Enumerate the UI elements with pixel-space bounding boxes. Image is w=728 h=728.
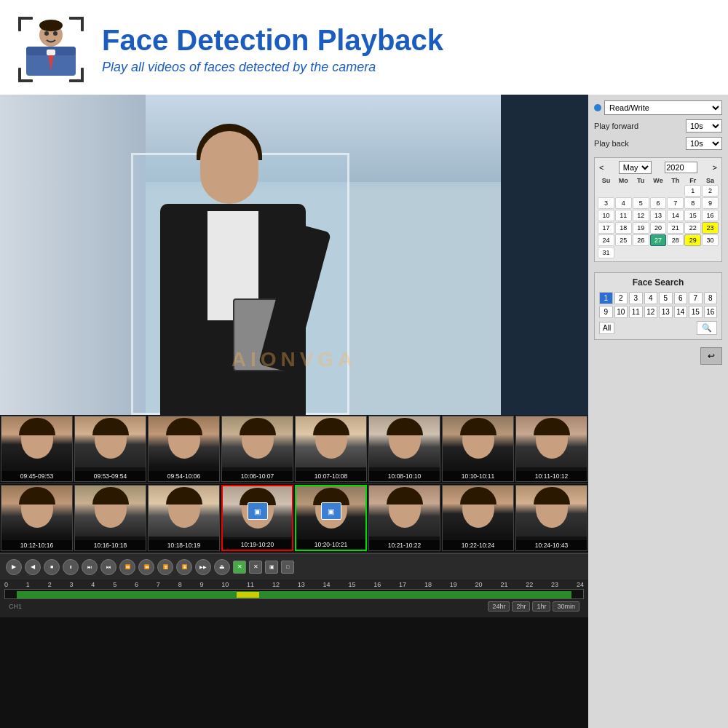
thumbnail-item[interactable]: 09:45-09:53 <box>1 416 73 482</box>
face-search-button[interactable]: 🔍 <box>697 321 717 335</box>
cal-day[interactable]: 22 <box>684 222 701 234</box>
face-number-button[interactable]: 3 <box>629 292 643 304</box>
face-number-button[interactable]: 15 <box>689 306 703 318</box>
cal-day[interactable]: 10 <box>598 210 614 221</box>
face-number-button[interactable]: 2 <box>614 292 628 304</box>
zoom-in-button[interactable]: ✕ <box>233 561 246 574</box>
face-number-button[interactable]: 13 <box>659 306 673 318</box>
zoom-button[interactable]: 2hr <box>512 601 530 612</box>
thumbnail-item[interactable]: 10:12-10:16 <box>1 485 73 551</box>
skip-forward-button[interactable]: ▶▶ <box>195 559 211 575</box>
cal-next-button[interactable]: > <box>711 163 719 172</box>
page-title: Face Detection Playback <box>102 24 443 57</box>
cal-day[interactable]: 28 <box>667 234 684 246</box>
thumbnail-item[interactable]: 09:53-09:54 <box>74 416 146 482</box>
face-number-button[interactable]: 10 <box>614 306 628 318</box>
play-forward-select[interactable]: 10s 30s 1min <box>686 119 722 132</box>
timeline-number: 10 <box>221 581 229 588</box>
pause-button[interactable]: ⏸ <box>63 559 79 575</box>
thumbnail-item[interactable]: 10:18-10:19 <box>148 485 220 551</box>
thumbnail-item[interactable]: 10:24-10:43 <box>515 485 587 551</box>
face-number-button[interactable]: 4 <box>644 292 658 304</box>
face-search-panel: Face Search 12345678910111213141516 All … <box>594 272 722 340</box>
cal-day[interactable]: 14 <box>667 210 684 221</box>
video-person <box>146 109 320 415</box>
prev-frame-button[interactable]: ⏮ <box>100 559 116 575</box>
cal-day[interactable]: 15 <box>684 210 701 221</box>
thumbnail-item[interactable]: 10:22-10:24 <box>442 485 514 551</box>
thumbnail-item[interactable]: 10:06-10:07 <box>221 416 293 482</box>
cal-day[interactable]: 18 <box>615 222 632 234</box>
cal-day[interactable]: 20 <box>650 222 667 234</box>
cal-day[interactable]: 6 <box>650 197 667 209</box>
cal-month-select[interactable]: May <box>619 161 652 174</box>
face-number-button[interactable]: 5 <box>659 292 673 304</box>
zoom-button[interactable]: 1hr <box>532 601 550 612</box>
stop-button[interactable]: ■ <box>44 559 60 575</box>
face-number-button[interactable]: 16 <box>704 306 718 318</box>
face-number-button[interactable]: 9 <box>599 306 613 318</box>
thumbnail-item[interactable]: 09:54-10:06 <box>148 416 220 482</box>
cal-day[interactable]: 12 <box>633 210 649 221</box>
thumbnail-item[interactable]: 10:21-10:22 <box>368 485 440 551</box>
cal-day <box>633 185 649 197</box>
cal-day[interactable]: 31 <box>598 247 614 258</box>
cal-day[interactable]: 13 <box>650 210 667 221</box>
cal-day[interactable]: 21 <box>667 222 684 234</box>
fullscreen-button[interactable]: □ <box>281 561 294 574</box>
cal-day[interactable]: 17 <box>598 222 614 234</box>
face-number-button[interactable]: 8 <box>704 292 718 304</box>
zoom-button[interactable]: 24hr <box>488 601 510 612</box>
back-arrow-button[interactable]: ↩ <box>700 347 722 365</box>
cal-day[interactable]: 5 <box>633 197 649 209</box>
cal-day[interactable]: 11 <box>615 210 632 221</box>
cal-day[interactable]: 9 <box>702 197 719 209</box>
next-frame-button[interactable]: ⏭ <box>82 559 98 575</box>
cal-day[interactable]: 3 <box>598 197 614 209</box>
cal-day[interactable]: 16 <box>702 210 719 221</box>
reverse-button[interactable]: ◀ <box>25 559 41 575</box>
speed-up-button[interactable]: ⏫ <box>157 559 173 575</box>
cal-year-input[interactable] <box>665 162 697 173</box>
cal-day[interactable]: 2 <box>702 185 719 197</box>
cal-day[interactable]: 7 <box>667 197 684 209</box>
cal-day[interactable]: 30 <box>702 234 719 246</box>
cal-day[interactable]: 25 <box>615 234 632 246</box>
slow-down-button[interactable]: ⏬ <box>176 559 192 575</box>
cal-prev-button[interactable]: < <box>598 163 605 172</box>
face-all-button[interactable]: All <box>599 322 614 334</box>
cal-day[interactable]: 4 <box>615 197 632 209</box>
face-number-button[interactable]: 11 <box>629 306 643 318</box>
thumbnail-item[interactable]: 10:16-10:18 <box>74 485 146 551</box>
eject-button[interactable]: ⏏ <box>214 559 230 575</box>
zoom-out-button[interactable]: ✕ <box>249 561 262 574</box>
play-back-select[interactable]: 10s 30s 1min <box>686 137 722 150</box>
thumbnail-item[interactable]: 10:07-10:08 <box>295 416 367 482</box>
play-button[interactable]: ▶ <box>6 559 22 575</box>
face-number-button[interactable]: 12 <box>644 306 658 318</box>
cal-day[interactable]: 19 <box>633 222 649 234</box>
thumbnail-item[interactable]: 10:08-10:10 <box>368 416 440 482</box>
calendar-grid: SuMoTuWeThFrSa12345678910111213141516171… <box>598 177 719 258</box>
cal-day[interactable]: 29 <box>684 234 701 246</box>
timeline-track[interactable] <box>4 589 584 599</box>
cal-day[interactable]: 27 <box>650 234 667 246</box>
face-number-button[interactable]: 7 <box>689 292 703 304</box>
rewind-button[interactable]: ⏪ <box>138 559 154 575</box>
zoom-button[interactable]: 30min <box>553 601 579 612</box>
cal-day[interactable]: 26 <box>633 234 649 246</box>
thumbnail-item[interactable]: 10:10-10:11 <box>442 416 514 482</box>
rw-select[interactable]: Read/Write <box>604 100 722 115</box>
cal-day[interactable]: 1 <box>684 185 701 197</box>
face-number-button[interactable]: 14 <box>674 306 688 318</box>
cal-day[interactable]: 24 <box>598 234 614 246</box>
cal-day[interactable]: 8 <box>684 197 701 209</box>
snapshot-button[interactable]: ▣ <box>265 561 278 574</box>
face-number-button[interactable]: 6 <box>674 292 688 304</box>
fast-forward-button[interactable]: ⏩ <box>119 559 135 575</box>
cal-day[interactable]: 23 <box>702 222 719 234</box>
thumbnail-item[interactable]: 10:11-10:12 <box>515 416 587 482</box>
thumbnail-item[interactable]: ▣10:20-10:21 <box>295 485 367 551</box>
thumbnail-item[interactable]: ▣10:19-10:20 <box>221 485 293 551</box>
face-number-button[interactable]: 1 <box>599 292 613 304</box>
